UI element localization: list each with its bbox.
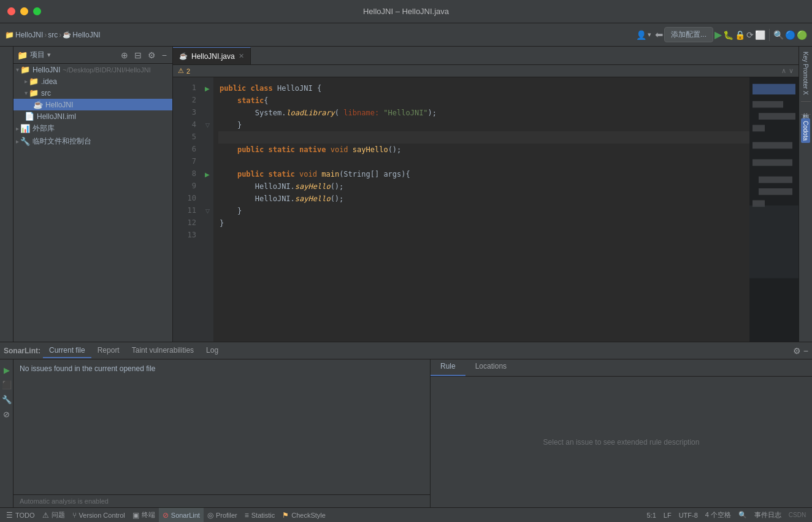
run-icon-1[interactable]: ▶ [205,85,210,92]
update-button[interactable]: 🔵 [785,30,795,40]
status-event-search[interactable]: 🔍 [735,508,751,523]
gc-1[interactable]: ▶ [201,82,213,94]
code-line-6: public static native void sayHello(); [218,144,749,156]
tab-hellojni[interactable]: ☕ HelloJNI.java ✕ [173,47,251,64]
coverage-button[interactable]: 🔒 [735,30,745,40]
warning-up[interactable]: ∧ [781,67,786,75]
project-name[interactable]: HelloJNI [15,31,43,39]
search-button[interactable]: 🔍 [773,30,784,40]
tree-item-src[interactable]: ▾ 📁 src [13,87,172,99]
tree-dropdown-arrow[interactable]: ▾ [47,51,51,59]
status-statistic[interactable]: ≡ Statistic [241,508,279,523]
status-indent[interactable]: 4 个空格 [702,508,735,523]
tree-item-label-iml: HelloJNI.iml [37,112,76,121]
code-line-1: public class HelloJNI { [218,82,749,94]
code-line-10: HelloJNI.sayHello(); [218,193,749,205]
tree-item-label-temp: 临时文件和控制台 [33,136,91,147]
nav-file[interactable]: HelloJNI [72,31,100,39]
rule-tab-locations[interactable]: Locations [465,359,516,376]
warning-bar: ⚠ 2 ∧ ∨ [173,65,799,77]
stop-button[interactable]: ⬜ [755,30,765,40]
main-area: 结构 📁 项目 ▾ ⊕ ⊟ ⚙ − ▾ 📁 HelloJNI ~/Desktop… [0,47,812,342]
profile-button[interactable]: ⟳ [746,30,754,40]
problems-label: 问题 [52,510,65,520]
statistic-label: Statistic [251,512,275,519]
tab-report[interactable]: Report [91,344,126,358]
debug-button[interactable]: 🐛 [723,30,733,40]
window-controls[interactable] [7,7,41,15]
status-problems[interactable]: ⚠ 问题 [39,508,69,523]
bottom-tab-right: ⚙ − [793,346,808,356]
code-content[interactable]: public class HelloJNI { static{ System.l… [213,77,749,342]
status-event-log[interactable]: 事件日志 [751,508,785,523]
position-text: 5:1 [647,512,656,519]
nav-src[interactable]: src [48,31,58,39]
status-lf[interactable]: LF [660,508,675,523]
wrench-icon-side[interactable]: 🔧 [1,394,12,405]
status-todo[interactable]: ☰ TODO [2,508,39,523]
todo-label: TODO [15,512,35,519]
sync-button[interactable]: 🟢 [797,30,807,40]
run-icon-8[interactable]: ▶ [205,171,210,178]
gc-4[interactable]: ▽ [201,119,213,131]
tab-log[interactable]: Log [200,344,224,358]
panel-close-btn[interactable]: − [803,346,808,356]
status-profiler[interactable]: ◎ Profiler [204,508,241,523]
ln-2: 2 [173,94,201,107]
block-icon-side[interactable]: ⊘ [1,409,12,420]
tree-item-label-idea: .idea [41,77,57,86]
tree-toolbar: 📁 项目 ▾ ⊕ ⊟ ⚙ − [13,47,172,64]
codota-label[interactable]: Codota [801,118,810,143]
tree-item-hellojni-file[interactable]: ☕ HelloJNI [13,99,172,110]
tree-item-idea[interactable]: ▸ 📁 .idea [13,75,172,87]
tree-item-temp[interactable]: ▸ 🔧 临时文件和控制台 [13,135,172,148]
tree-scope-btn[interactable]: ⊕ [119,50,130,61]
rule-tabs: Rule Locations [431,359,812,377]
tree-settings-btn[interactable]: ⚙ [146,50,158,61]
status-encoding[interactable]: UTF-8 [675,508,702,523]
run-button[interactable]: ▶ [714,29,722,40]
rule-empty-msg: Select an issue to see extended rule des… [543,438,700,447]
gc-9 [201,180,213,193]
warning-down[interactable]: ∨ [789,67,794,75]
status-checkstyle[interactable]: ⚑ CheckStyle [278,508,329,523]
back-button[interactable]: ⬅ [655,29,663,40]
tree-collapse-btn[interactable]: ⊟ [132,50,144,61]
todo-icon: ☰ [6,511,13,520]
key-promoter-label[interactable]: Key Promoter X [802,49,809,98]
maximize-button[interactable] [33,7,41,15]
tab-current-file[interactable]: Current file [43,344,91,358]
play-icon-side[interactable]: ▶ [1,364,12,375]
svg-rect-3 [753,125,765,132]
structure-label-right[interactable]: 结构 [802,106,810,110]
tree-hide-btn[interactable]: − [160,50,169,61]
panel-settings-btn[interactable]: ⚙ [793,346,801,356]
status-version-control[interactable]: ⑂ Version Control [69,508,129,523]
tab-taint[interactable]: Taint vulnerabilities [126,344,200,358]
status-terminal[interactable]: ▣ 终端 [129,508,159,523]
tree-item-hellojni-project[interactable]: ▾ 📁 HelloJNI ~/Desktop/BIDR/JNI/HelloJNI [13,64,172,75]
fold-icon-11[interactable]: ▽ [205,208,210,214]
structure-label[interactable]: 结构 [1,47,12,56]
fold-icon-4[interactable]: ▽ [205,122,210,128]
rule-tab-rule[interactable]: Rule [431,359,465,376]
terminal-icon: ▣ [132,511,139,520]
code-line-3: System.loadLibrary( libname: "HelloJNI")… [218,107,749,119]
code-line-8: public static void main(String[] args){ [218,168,749,180]
close-button[interactable] [7,7,15,15]
tree-item-external[interactable]: ▸ 📊 外部库 [13,122,172,135]
stop-icon-side[interactable]: ⬛ [1,379,12,390]
git-icon[interactable]: 👤 [636,30,646,40]
tree-item-iml[interactable]: 📄 HelloJNI.iml [13,110,172,122]
git-dropdown[interactable]: ▾ [648,31,651,39]
minimize-button[interactable] [20,7,28,15]
tab-close[interactable]: ✕ [239,52,244,60]
minimap [749,77,799,342]
gc-8[interactable]: ▶ [201,168,213,180]
nav-sep1: › [44,31,47,39]
status-position[interactable]: 5:1 [643,508,660,523]
status-sonarlint[interactable]: ⊘ SonarLint [159,508,204,523]
add-config-button[interactable]: 添加配置... [664,27,713,42]
gc-11[interactable]: ▽ [201,205,213,217]
code-wrapper: 1 2 3 4 5 6 7 8 9 10 11 12 13 ▶ ▽ [173,77,799,342]
